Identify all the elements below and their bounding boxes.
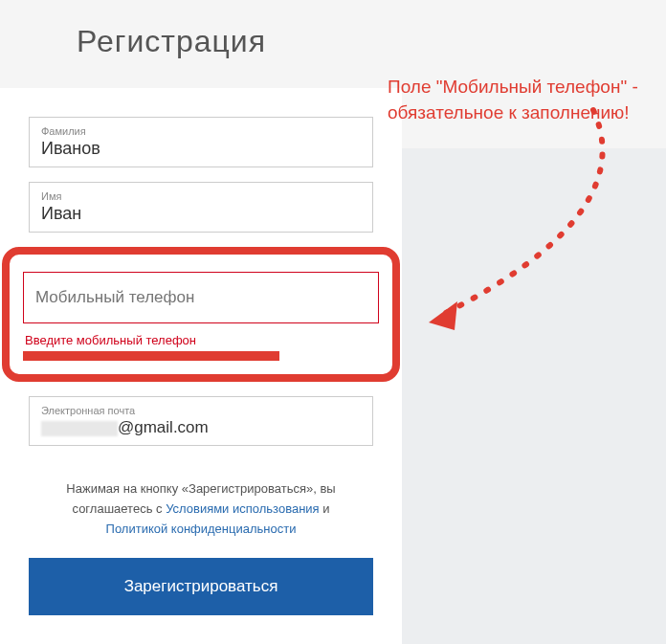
name-input[interactable] [41, 204, 361, 224]
surname-label: Фамилия [41, 125, 361, 137]
form-body: Фамилия Имя Введите мобильный телефон Эл… [0, 88, 402, 644]
arrow-icon [402, 100, 651, 349]
redaction-bar [23, 351, 279, 361]
sidebar-background [402, 148, 666, 644]
name-label: Имя [41, 190, 361, 202]
phone-input[interactable] [35, 288, 366, 307]
registration-form: Регистрация Фамилия Имя Введите мобильны… [0, 0, 402, 644]
email-field[interactable]: Электронная почта @gmail.com [29, 396, 373, 446]
phone-error: Введите мобильный телефон [23, 333, 379, 347]
email-label: Электронная почта [41, 405, 361, 416]
consent-and: и [322, 501, 329, 516]
register-button[interactable]: Зарегистрироваться [29, 558, 373, 615]
page-title: Регистрация [0, 0, 402, 88]
privacy-link[interactable]: Политикой конфиденциальности [106, 522, 297, 536]
surname-input[interactable] [41, 139, 361, 159]
consent-text: Нажимая на кнопку «Зарегистрироваться», … [29, 460, 373, 558]
email-value-row: @gmail.com [41, 418, 361, 437]
name-field[interactable]: Имя [29, 182, 373, 233]
phone-field[interactable] [23, 272, 379, 323]
callout-annotation: Поле "Мобильный телефон" - обязательное … [388, 75, 655, 125]
highlight-annotation-box: Введите мобильный телефон [2, 247, 400, 382]
terms-link[interactable]: Условиями использования [166, 501, 320, 516]
email-obscured-part [41, 421, 118, 436]
email-domain: @gmail.com [118, 418, 209, 436]
surname-field[interactable]: Фамилия [29, 117, 373, 167]
